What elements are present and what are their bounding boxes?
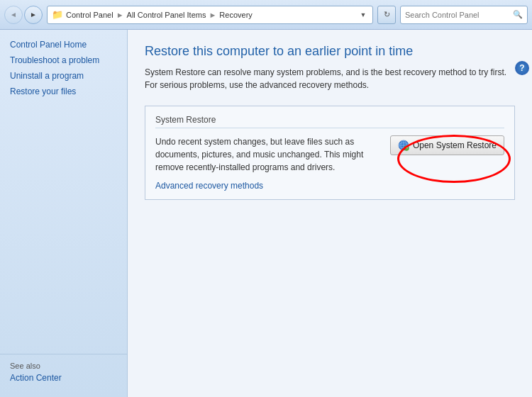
address-bar[interactable]: 📁 Control Panel ► All Control Panel Item… bbox=[47, 6, 373, 24]
advanced-recovery-link[interactable]: Advanced recovery methods bbox=[155, 181, 263, 191]
content-area: Restore this computer to an earlier poin… bbox=[128, 30, 532, 397]
page-title: Restore this computer to an earlier poin… bbox=[145, 44, 515, 59]
open-system-restore-label: Open System Restore bbox=[413, 140, 497, 150]
open-system-restore-button[interactable]: Open System Restore bbox=[390, 135, 504, 155]
see-also-section: See also Action Center bbox=[0, 354, 127, 390]
nav-buttons: ◄ ► bbox=[4, 6, 43, 24]
address-sep2: ► bbox=[209, 11, 216, 19]
help-button[interactable]: ? bbox=[515, 61, 529, 75]
search-input[interactable] bbox=[405, 11, 513, 19]
sidebar-item-uninstall[interactable]: Uninstall a program bbox=[0, 68, 127, 84]
sidebar: Control Panel Home Troubleshoot a proble… bbox=[0, 30, 128, 397]
sidebar-item-control-panel-home[interactable]: Control Panel Home bbox=[0, 37, 127, 52]
svg-point-5 bbox=[404, 146, 409, 151]
help-label: ? bbox=[519, 63, 524, 73]
refresh-icon: ↻ bbox=[384, 10, 390, 19]
address-segment1: Control Panel bbox=[66, 11, 113, 19]
main-container: ? Control Panel Home Troubleshoot a prob… bbox=[0, 30, 532, 397]
section-title: System Restore bbox=[155, 115, 504, 128]
search-icon[interactable]: 🔍 bbox=[513, 10, 523, 19]
system-restore-section: System Restore Undo recent system change… bbox=[145, 106, 515, 200]
address-segment2: All Control Panel Items bbox=[127, 11, 206, 19]
address-folder-icon: 📁 bbox=[52, 9, 63, 20]
refresh-button[interactable]: ↻ bbox=[377, 6, 396, 24]
title-bar: ◄ ► 📁 Control Panel ► All Control Panel … bbox=[0, 0, 532, 30]
forward-button[interactable]: ► bbox=[24, 6, 43, 24]
section-content: Undo recent system changes, but leave fi… bbox=[155, 135, 504, 174]
section-description: Undo recent system changes, but leave fi… bbox=[155, 135, 379, 174]
back-icon: ◄ bbox=[10, 11, 17, 18]
forward-icon: ► bbox=[30, 11, 37, 18]
back-button[interactable]: ◄ bbox=[4, 6, 23, 24]
address-sep1: ► bbox=[116, 11, 124, 19]
see-also-action-center[interactable]: Action Center bbox=[10, 373, 117, 383]
see-also-title: See also bbox=[10, 362, 117, 370]
address-text: Control Panel ► All Control Panel Items … bbox=[66, 11, 253, 19]
sidebar-item-troubleshoot[interactable]: Troubleshoot a problem bbox=[0, 52, 127, 68]
intro-text: System Restore can resolve many system p… bbox=[145, 66, 514, 91]
system-restore-icon bbox=[398, 140, 409, 151]
address-dropdown[interactable]: ▼ bbox=[358, 11, 368, 18]
sidebar-item-restore-files[interactable]: Restore your files bbox=[0, 84, 127, 99]
search-box[interactable]: 🔍 bbox=[400, 6, 528, 24]
address-segment3: Recovery bbox=[219, 11, 252, 19]
